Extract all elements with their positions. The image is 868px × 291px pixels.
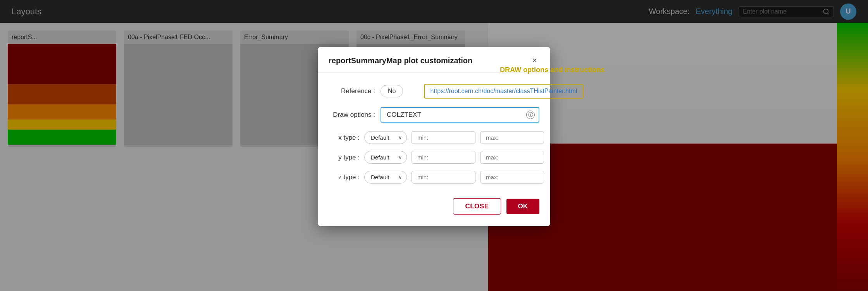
modal-body: Reference : No https://root.cern.ch/doc/… [318,73,550,194]
draw-options-hint: DRAW options and instructions [500,66,604,74]
z-max-input[interactable] [480,171,544,184]
z-min-input[interactable] [412,171,475,184]
hist-painter-link[interactable]: https://root.cern.ch/doc/master/classTHi… [430,88,577,95]
z-type-select-wrap[interactable]: Default [364,171,407,184]
y-type-row: y type : Default [329,151,539,164]
x-type-row: x type : Default [329,131,539,144]
y-type-select[interactable]: Default [364,151,407,164]
ok-button[interactable]: OK [506,199,540,214]
modal-close-x-button[interactable]: × [530,55,539,66]
modal-footer: CLOSE OK [318,194,550,215]
draw-options-input-wrap: ⓘ [381,107,539,123]
y-type-select-wrap[interactable]: Default [364,151,407,164]
x-min-input[interactable] [412,131,475,144]
z-type-select[interactable]: Default [364,171,407,184]
reference-row: Reference : No https://root.cern.ch/doc/… [329,84,539,99]
info-icon[interactable]: ⓘ [526,111,535,119]
z-type-label: z type : [329,173,360,181]
x-type-label: x type : [329,133,360,141]
reference-select[interactable]: No [381,85,403,97]
x-type-select-wrap[interactable]: Default [364,131,407,144]
x-max-input[interactable] [480,131,544,144]
draw-options-label: Draw options : [329,111,375,119]
draw-options-input[interactable] [381,107,539,123]
y-type-label: y type : [329,153,360,161]
z-type-row: z type : Default [329,171,539,184]
y-min-input[interactable] [412,151,475,164]
y-max-input[interactable] [480,151,544,164]
x-type-select[interactable]: Default [364,131,407,144]
draw-options-row: Draw options : ⓘ [329,107,539,123]
reference-label: Reference : [329,87,375,95]
draw-link-box: https://root.cern.ch/doc/master/classTHi… [424,84,583,99]
modal-title: reportSummaryMap plot customization [329,56,472,65]
close-button[interactable]: CLOSE [453,198,501,215]
